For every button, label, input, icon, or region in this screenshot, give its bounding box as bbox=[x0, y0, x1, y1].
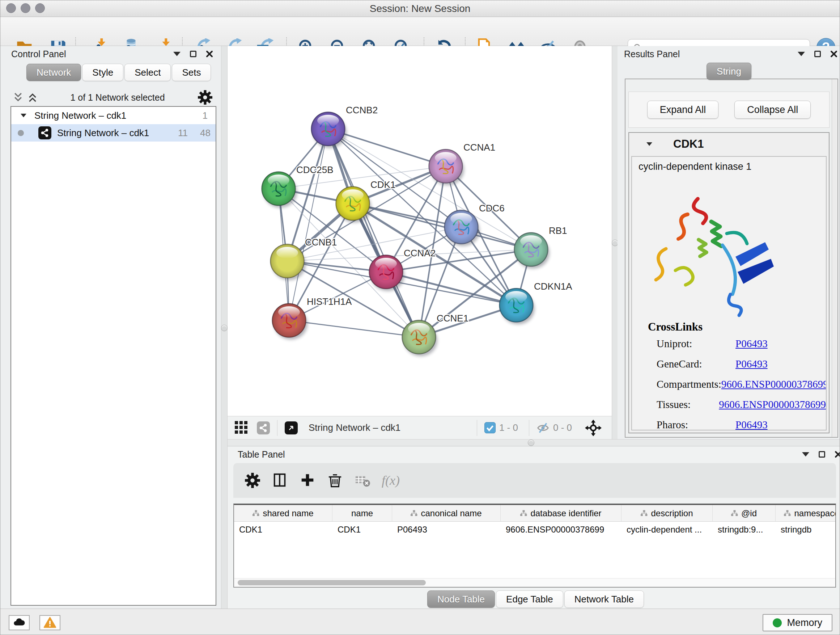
network-row-selected[interactable]: String Network – cdk1 11 48 bbox=[11, 124, 216, 141]
edge-HIST1H1A-CCNE1[interactable] bbox=[289, 320, 419, 337]
current-network-indicator bbox=[18, 130, 24, 136]
column-header-namespace[interactable]: namespace bbox=[775, 505, 836, 521]
gear-icon[interactable] bbox=[197, 89, 213, 105]
memory-label: Memory bbox=[787, 617, 822, 629]
memory-button[interactable]: Memory bbox=[763, 614, 832, 631]
network-edge-count: 48 bbox=[200, 127, 210, 139]
show-columns-icon[interactable] bbox=[272, 472, 288, 489]
network-badge-icon[interactable] bbox=[257, 421, 270, 434]
panel-close-icon[interactable] bbox=[830, 50, 837, 57]
column-header-name[interactable]: name bbox=[332, 505, 392, 521]
selected-checkbox-icon[interactable] bbox=[485, 422, 496, 433]
control-panel: Control Panel NetworkStyleSelectSets 1 o… bbox=[0, 46, 221, 608]
node-CDKN1A[interactable] bbox=[499, 288, 535, 325]
warnings-button[interactable] bbox=[39, 615, 60, 630]
table-cell[interactable]: stringdb:9... bbox=[713, 522, 775, 538]
splitter-handle[interactable] bbox=[221, 325, 227, 331]
node-CCNE1[interactable] bbox=[402, 320, 437, 356]
panel-menu-icon[interactable] bbox=[173, 52, 180, 56]
tab-network-table[interactable]: Network Table bbox=[564, 591, 644, 608]
panel-close-icon[interactable] bbox=[206, 50, 213, 57]
window-zoom-button[interactable] bbox=[35, 3, 45, 13]
window-minimize-button[interactable] bbox=[21, 3, 30, 13]
collapse-all-icon[interactable] bbox=[13, 92, 24, 103]
panel-menu-icon[interactable] bbox=[802, 452, 809, 456]
add-column-icon[interactable] bbox=[299, 472, 316, 489]
tab-select[interactable]: Select bbox=[125, 64, 171, 81]
column-header-database-identifier[interactable]: database identifier bbox=[501, 505, 622, 521]
table-cell[interactable]: CDK1 bbox=[234, 522, 332, 538]
tab-network[interactable]: Network bbox=[27, 64, 81, 81]
cloud-button[interactable] bbox=[9, 615, 30, 630]
node-CDC25B[interactable] bbox=[262, 172, 297, 208]
control-panel-title: Control Panel bbox=[11, 49, 66, 59]
collection-count: 1 bbox=[202, 110, 208, 121]
panel-float-icon[interactable] bbox=[814, 51, 821, 57]
panel-float-icon[interactable] bbox=[819, 451, 825, 458]
node-RB1[interactable] bbox=[514, 233, 549, 269]
crosslink-value-link[interactable]: P06493 bbox=[736, 419, 767, 431]
table-settings-gear-icon[interactable] bbox=[244, 472, 261, 489]
crosslink-row: Pharos:P06493 bbox=[632, 415, 826, 431]
crosslink-value-link[interactable]: 9606.ENSP00000378699 bbox=[719, 399, 826, 410]
protein-name: CDK1 bbox=[673, 138, 704, 150]
table-cell[interactable]: stringdb bbox=[775, 522, 836, 538]
node-CDK1[interactable] bbox=[336, 187, 371, 223]
section-expander-icon[interactable] bbox=[646, 142, 652, 146]
grid-view-icon[interactable] bbox=[235, 421, 248, 434]
left-splitter[interactable] bbox=[221, 46, 227, 608]
column-header-description[interactable]: description bbox=[622, 505, 713, 521]
protein-section-header[interactable]: CDK1 bbox=[629, 133, 829, 155]
node-CCNA2[interactable] bbox=[369, 255, 404, 291]
network-selection-row: 1 of 1 Network selected bbox=[0, 89, 221, 105]
window-close-button[interactable] bbox=[6, 3, 16, 13]
column-header--id[interactable]: @id bbox=[713, 505, 775, 521]
collection-expander-icon[interactable] bbox=[21, 114, 27, 117]
results-panel: Results Panel String Expand All Collapse… bbox=[617, 46, 840, 439]
network-canvas[interactable]: CCNB2CCNA1CDC25BCDK1CDC6RB1CCNB1CCNA2CDK… bbox=[227, 46, 612, 416]
collapse-all-button[interactable]: Collapse All bbox=[734, 101, 811, 119]
splitter-handle[interactable] bbox=[528, 440, 534, 446]
protein-description: cyclin-dependent kinase 1 bbox=[632, 157, 826, 172]
table-cell[interactable]: P06493 bbox=[392, 522, 501, 538]
fit-selected-crosshair-icon[interactable] bbox=[585, 420, 602, 436]
table-header-row: shared namenamecanonical namedatabase id… bbox=[234, 505, 835, 522]
table-panel: Table Panel f(x) shared namenamecanonica… bbox=[227, 447, 840, 608]
table-horizontal-scrollbar[interactable] bbox=[234, 578, 835, 587]
table-cell[interactable]: CDK1 bbox=[332, 522, 392, 538]
network-collection-row[interactable]: String Network – cdk1 1 bbox=[11, 107, 216, 124]
table-cell[interactable]: cyclin-dependent ... bbox=[622, 522, 713, 538]
scrollbar-thumb[interactable] bbox=[238, 580, 426, 585]
table-cell[interactable]: 9606.ENSP00000378699 bbox=[501, 522, 622, 538]
status-bar: Memory bbox=[0, 608, 840, 635]
separator bbox=[477, 420, 477, 436]
crosslink-label: Pharos: bbox=[657, 419, 736, 431]
delete-column-trash-icon[interactable] bbox=[327, 472, 343, 489]
results-scrollbar[interactable] bbox=[832, 79, 837, 437]
node-CCNA1[interactable] bbox=[429, 149, 464, 185]
column-header-shared-name[interactable]: shared name bbox=[234, 505, 332, 521]
tab-style[interactable]: Style bbox=[82, 64, 123, 81]
expand-all-icon[interactable] bbox=[27, 92, 38, 103]
tab-sets[interactable]: Sets bbox=[172, 64, 211, 81]
table-row[interactable]: CDK1CDK1P064939606.ENSP00000378699cyclin… bbox=[234, 522, 835, 538]
crosslink-value-link[interactable]: P06493 bbox=[736, 358, 767, 370]
node-label-CDKN1A: CDKN1A bbox=[534, 281, 572, 292]
expand-all-button[interactable]: Expand All bbox=[647, 101, 719, 119]
tab-string[interactable]: String bbox=[706, 63, 752, 80]
panel-close-icon[interactable] bbox=[835, 451, 840, 458]
hidden-eye-icon[interactable] bbox=[537, 421, 549, 434]
tab-edge-table[interactable]: Edge Table bbox=[496, 591, 563, 608]
column-header-canonical-name[interactable]: canonical name bbox=[392, 505, 501, 521]
crosslink-value-link[interactable]: P06493 bbox=[736, 338, 767, 350]
tab-node-table[interactable]: Node Table bbox=[427, 591, 495, 608]
horizontal-splitter[interactable] bbox=[227, 439, 840, 447]
panel-menu-icon[interactable] bbox=[798, 52, 805, 56]
crosslink-row: GeneCard:P06493 bbox=[632, 354, 826, 374]
crosslink-value-link[interactable]: 9606.ENSP00000378699 bbox=[722, 378, 827, 390]
node-HIST1H1A[interactable] bbox=[272, 303, 308, 340]
birdseye-view-icon[interactable] bbox=[285, 421, 298, 434]
panel-float-icon[interactable] bbox=[190, 51, 196, 57]
edge-CCNB2-HIST1H1A[interactable] bbox=[289, 129, 328, 320]
node-label-CCNE1: CCNE1 bbox=[437, 313, 469, 324]
